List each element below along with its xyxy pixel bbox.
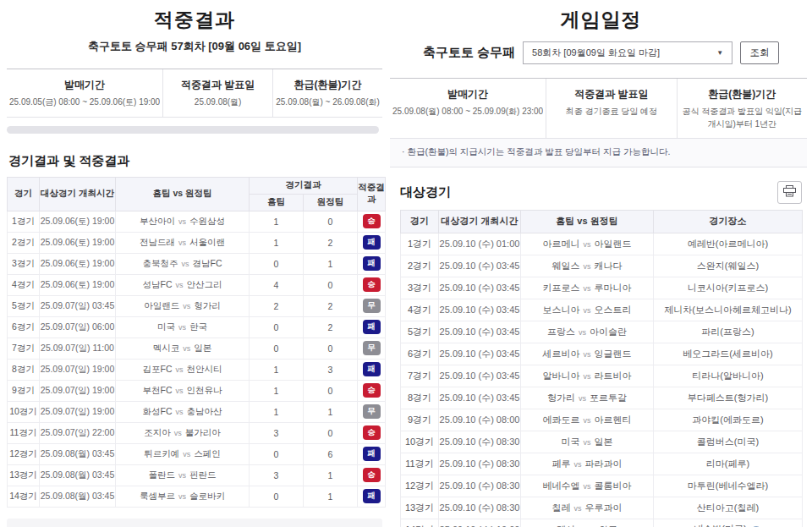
info-label: 환급(환불)기간 xyxy=(276,76,380,96)
game-number-cell: 9경기 xyxy=(8,380,40,401)
home-team: 아르메니 xyxy=(543,239,580,249)
hit-result-badge: 패 xyxy=(363,362,381,376)
home-team: 김포FC xyxy=(143,364,173,374)
home-score-cell: 1 xyxy=(250,359,304,380)
col-header-match: 홈팀 vs 원정팀 xyxy=(116,177,250,211)
result-row: 6경기25.09.07(일) 06:00미국vs한국02패 xyxy=(8,316,386,338)
home-team: 멕시코 xyxy=(153,343,180,353)
match-teams-cell: 멕시코vs일본 xyxy=(116,338,250,359)
target-games-section-head: 대상경기 xyxy=(400,181,802,204)
match-teams-cell: 아르메니vs아일랜드 xyxy=(521,233,654,255)
match-time-cell: 25.09.07(일) 11:00 xyxy=(40,338,116,359)
schedule-row: 5경기25.09.10 (수) 03:45프랑스vs아이슬란파리(프랑스) xyxy=(401,321,803,343)
chevron-down-icon: ▼ xyxy=(716,49,723,57)
match-time-cell: 25.09.10 (수) 03:45 xyxy=(439,321,521,343)
schedule-row: 10경기25.09.10 (수) 08:30미국vs일본콜럼버스(미국) xyxy=(401,431,803,453)
schedule-row: 11경기25.09.10 (수) 08:30페루vs파라과이리마(페루) xyxy=(401,453,803,475)
print-button[interactable] xyxy=(777,181,802,204)
venue-cell: 파리(프랑스) xyxy=(654,321,803,343)
vs-label: vs xyxy=(183,450,190,458)
schedule-row: 14경기25.09.10 (수) 10:00멕시코vs한국내슈빌(미국)★ xyxy=(401,519,803,527)
away-team: 슬로바키 xyxy=(189,491,225,501)
away-team: 충남아산 xyxy=(187,406,222,416)
col-header-result-group: 경기결과 xyxy=(250,177,358,194)
game-number-cell: 13경기 xyxy=(8,464,40,486)
hit-result-badge: 패 xyxy=(363,320,381,334)
vs-label: vs xyxy=(176,365,184,374)
hit-result-badge: 승 xyxy=(363,277,381,292)
match-time-cell: 25.09.07(일) 22:00 xyxy=(40,422,116,443)
vs-label: vs xyxy=(574,504,582,513)
match-teams-cell: 튀르키예vs스페인 xyxy=(116,443,250,464)
home-team: 성남FC xyxy=(143,279,173,289)
venue-cell: 스완지(웨일스) xyxy=(654,255,803,277)
game-number-cell: 11경기 xyxy=(8,422,40,443)
away-team: 안산그리 xyxy=(187,279,222,289)
away-team: 수원삼성 xyxy=(189,216,225,226)
match-teams-cell: 룩셈부르vs슬로바키 xyxy=(116,486,250,507)
col-header-time: 대상경기 개최시간 xyxy=(439,211,521,233)
away-team: 파라과이 xyxy=(585,458,623,469)
vs-label: vs xyxy=(584,438,591,447)
game-number-cell: 7경기 xyxy=(401,365,439,387)
match-time-cell: 25.09.07(일) 03:45 xyxy=(40,295,116,316)
game-number-cell: 4경기 xyxy=(8,274,40,295)
home-team: 칠레 xyxy=(552,502,571,513)
schedule-row: 6경기25.09.10 (수) 03:45세르비아vs잉글랜드베오그라드(세르비… xyxy=(401,343,803,365)
vs-label: vs xyxy=(183,344,190,353)
horizontal-scrollbar[interactable] xyxy=(7,126,379,134)
venue-cell: 내슈빌(미국)★ xyxy=(654,519,803,527)
away-team: 포르투갈 xyxy=(590,393,627,403)
vs-label: vs xyxy=(178,323,186,332)
search-button[interactable]: 조회 xyxy=(740,41,779,64)
printer-icon xyxy=(783,185,796,200)
sale-info-table: 발매기간 25.09.08(월) 08:00 ~ 25.09.09(화) 23:… xyxy=(390,78,807,139)
game-number-cell: 14경기 xyxy=(401,519,439,527)
info-value: 25.09.08(월) 08:00 ~ 25.09.09(화) 23:00 xyxy=(392,106,543,118)
col-header-away: 원정팀 xyxy=(304,194,358,211)
match-time-cell: 25.09.10 (수) 08:30 xyxy=(439,453,521,475)
vs-label: vs xyxy=(579,394,586,403)
vs-label: vs xyxy=(178,239,186,247)
home-team: 룩셈부르 xyxy=(140,491,175,501)
results-table: 경기 대상경기 개최시간 홈팀 vs 원정팀 경기결과 적중결과 홈팀 원정팀 … xyxy=(7,177,386,508)
game-number-cell: 14경기 xyxy=(8,486,40,507)
match-teams-cell: 칠레vs우루과이 xyxy=(521,497,654,519)
venue-cell: 티라나(알바니아) xyxy=(654,365,803,387)
game-number-cell: 12경기 xyxy=(401,475,439,497)
info-cell-refund-period: 환급(환불)기간 공식 적중결과 발표일 익일(지급개시일)부터 1년간 xyxy=(677,79,807,138)
match-teams-cell: 부산아이vs수원삼성 xyxy=(116,211,250,232)
away-score-cell: 3 xyxy=(304,359,358,380)
hit-result-badge: 승 xyxy=(363,425,381,440)
venue-cell: 콜럼버스(미국) xyxy=(654,431,803,453)
home-team: 화성FC xyxy=(143,406,173,416)
home-team: 충북청주 xyxy=(143,258,178,268)
away-score-cell: 0 xyxy=(304,211,358,232)
hit-result-cell: 무 xyxy=(358,338,386,359)
venue-cell: 제니차(보스니아헤르체고비나) xyxy=(654,299,803,321)
match-time-cell: 25.09.10 (수) 08:30 xyxy=(439,497,521,519)
game-number-cell: 1경기 xyxy=(8,211,40,232)
venue-cell: 예레반(아르메니아) xyxy=(654,233,803,255)
hit-result-badge: 승 xyxy=(363,214,381,228)
col-header-game: 경기 xyxy=(401,211,439,233)
match-teams-cell: 화성FCvs충남아산 xyxy=(116,401,250,422)
game-number-cell: 10경기 xyxy=(8,401,40,422)
match-time-cell: 25.09.10 (수) 03:45 xyxy=(439,277,521,299)
schedule-row: 8경기25.09.10 (수) 03:45헝가리vs포르투갈부다페스트(헝가리) xyxy=(401,387,803,409)
info-label: 발매기간 xyxy=(9,76,160,96)
results-section-title: 경기결과 및 적중결과 xyxy=(8,153,389,169)
away-team: 캐나다 xyxy=(595,261,623,271)
round-select[interactable]: 58회차 [09월09일 화요일 마감] ▼ xyxy=(523,41,732,64)
match-time-cell: 25.09.06(토) 19:00 xyxy=(40,232,116,253)
home-team: 헝가리 xyxy=(547,393,575,403)
result-row: 2경기25.09.06(토) 19:00전남드래vs서울이랜12패 xyxy=(8,232,386,253)
vs-label: vs xyxy=(178,471,186,480)
hit-result-cell: 승 xyxy=(358,211,386,232)
hit-result-cell: 패 xyxy=(358,316,386,338)
venue-cell: 베오그라드(세르비아) xyxy=(654,343,803,365)
game-number-cell: 9경기 xyxy=(401,409,439,431)
home-team: 페루 xyxy=(552,458,571,469)
game-number-cell: 3경기 xyxy=(401,277,439,299)
vs-label: vs xyxy=(176,281,184,289)
